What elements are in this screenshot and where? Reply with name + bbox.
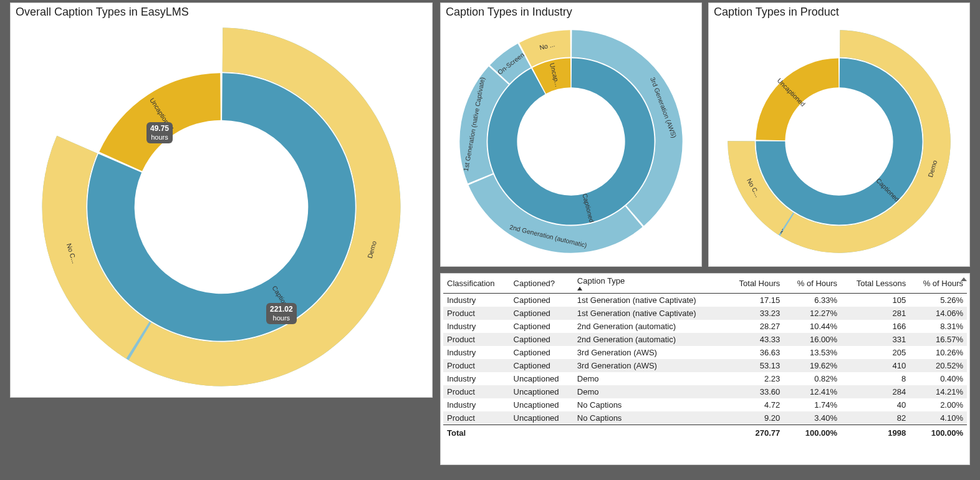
cell: Captioned <box>510 307 574 320</box>
total-cell <box>574 425 726 441</box>
cell: 281 <box>841 307 910 320</box>
cell: 4.10% <box>910 411 967 425</box>
cell: No Captions <box>574 398 726 411</box>
cell: 1st Generation (native Captivate) <box>574 294 726 307</box>
industry-donut-panel: Caption Types in Industry CaptionedUncap… <box>440 2 702 267</box>
table-row[interactable]: ProductCaptioned3rd Generation (AWS)53.1… <box>443 359 967 372</box>
cell: 13.53% <box>784 346 841 359</box>
cell: 28.27 <box>726 320 784 333</box>
cell: 12.27% <box>784 307 841 320</box>
cell: 17.15 <box>726 294 784 307</box>
cell: 40 <box>841 398 910 411</box>
cell: 0.40% <box>910 372 967 385</box>
sort-asc-icon <box>577 287 582 290</box>
cell: 8 <box>841 372 910 385</box>
table-row[interactable]: IndustryCaptioned1st Generation (native … <box>443 294 967 307</box>
table-row[interactable]: IndustryUncaptionedDemo2.230.82%80.40% <box>443 372 967 385</box>
total-cell: 100.00% <box>910 425 967 441</box>
cell: Industry <box>443 346 510 359</box>
cell: 331 <box>841 333 910 346</box>
col-header[interactable]: Total Hours <box>726 274 784 294</box>
scroll-up-icon[interactable] <box>961 276 967 282</box>
cell: 14.21% <box>910 385 967 398</box>
data-table-panel: ClassificationCaptioned?Caption TypeTota… <box>440 273 970 465</box>
cell: 1st Generation (native Captivate) <box>574 307 726 320</box>
cell: 2.23 <box>726 372 784 385</box>
cell: 3rd Generation (AWS) <box>574 359 726 372</box>
table-row[interactable]: IndustryCaptioned2nd Generation (automat… <box>443 320 967 333</box>
inner-segment[interactable] <box>756 58 838 140</box>
cell: Captioned <box>510 320 574 333</box>
cell: 12.41% <box>784 385 841 398</box>
table-row[interactable]: ProductCaptioned1st Generation (native C… <box>443 307 967 320</box>
cell: 105 <box>841 294 910 307</box>
cell: 9.20 <box>726 411 784 425</box>
cell: 16.00% <box>784 333 841 346</box>
cell: 0.82% <box>784 372 841 385</box>
cell: 10.44% <box>784 320 841 333</box>
inner-segment[interactable] <box>99 73 221 171</box>
inner-segment[interactable] <box>488 58 654 224</box>
table-row[interactable]: ProductUncaptionedNo Captions9.203.40%82… <box>443 411 967 425</box>
overall-title: Overall Caption Types in EasyLMS <box>11 3 432 19</box>
col-header[interactable]: Captioned? <box>510 274 574 294</box>
cell: 36.63 <box>726 346 784 359</box>
col-header[interactable]: Total Lessons <box>841 274 910 294</box>
cell: Industry <box>443 320 510 333</box>
cell: Industry <box>443 372 510 385</box>
cell: Product <box>443 411 510 425</box>
total-cell: Total <box>443 425 510 441</box>
cell: 205 <box>841 346 910 359</box>
cell: 284 <box>841 385 910 398</box>
cell: 82 <box>841 411 910 425</box>
cell: Captioned <box>510 346 574 359</box>
cell: 14.06% <box>910 307 967 320</box>
col-header[interactable]: Classification <box>443 274 510 294</box>
overall-donut-panel: Overall Caption Types in EasyLMS Caption… <box>10 2 433 398</box>
industry-title: Caption Types in Industry <box>441 3 701 19</box>
cell: Demo <box>574 385 726 398</box>
cell: Captioned <box>510 333 574 346</box>
col-header[interactable]: Caption Type <box>574 274 726 294</box>
cell: 53.13 <box>726 359 784 372</box>
total-cell: 100.00% <box>784 425 841 441</box>
total-cell <box>510 425 574 441</box>
cell: Captioned <box>510 359 574 372</box>
col-header[interactable]: % of Hours <box>784 274 841 294</box>
cell: 10.26% <box>910 346 967 359</box>
cell: 410 <box>841 359 910 372</box>
product-donut-panel: Caption Types in Product CaptionedUncapt… <box>708 2 970 267</box>
cell: 4.72 <box>726 398 784 411</box>
table-row[interactable]: IndustryUncaptionedNo Captions4.721.74%4… <box>443 398 967 411</box>
cell: 2nd Generation (automatic) <box>574 320 726 333</box>
cell: Product <box>443 385 510 398</box>
cell: Uncaptioned <box>510 411 574 425</box>
cell: 5.26% <box>910 294 967 307</box>
industry-donut[interactable]: CaptionedUncap...3rd Generation (AWS)2nd… <box>441 19 701 264</box>
cell: Uncaptioned <box>510 372 574 385</box>
cell: Industry <box>443 294 510 307</box>
cell: Captioned <box>510 294 574 307</box>
product-donut[interactable]: CaptionedUncaptioned3rd Generation (AWS)… <box>709 19 969 264</box>
cell: 6.33% <box>784 294 841 307</box>
cell: 2nd Generation (automatic) <box>574 333 726 346</box>
cell: 3rd Generation (AWS) <box>574 346 726 359</box>
cell: Product <box>443 307 510 320</box>
cell: Demo <box>574 372 726 385</box>
cell: 2.00% <box>910 398 967 411</box>
cell: 19.62% <box>784 359 841 372</box>
product-title: Caption Types in Product <box>709 3 969 19</box>
table-row[interactable]: ProductUncaptionedDemo33.6012.41%28414.2… <box>443 385 967 398</box>
caption-data-table[interactable]: ClassificationCaptioned?Caption TypeTota… <box>443 274 967 441</box>
cell: Industry <box>443 398 510 411</box>
cell: 166 <box>841 320 910 333</box>
col-header[interactable]: % of Hours <box>910 274 967 294</box>
table-row[interactable]: ProductCaptioned2nd Generation (automati… <box>443 333 967 346</box>
cell: Product <box>443 333 510 346</box>
overall-donut[interactable]: CaptionedUncaptioned3rd Generation (AWS)… <box>11 19 432 395</box>
table-row[interactable]: IndustryCaptioned3rd Generation (AWS)36.… <box>443 346 967 359</box>
total-cell: 270.77 <box>726 425 784 441</box>
cell: 33.60 <box>726 385 784 398</box>
cell: Uncaptioned <box>510 398 574 411</box>
cell: 16.57% <box>910 333 967 346</box>
